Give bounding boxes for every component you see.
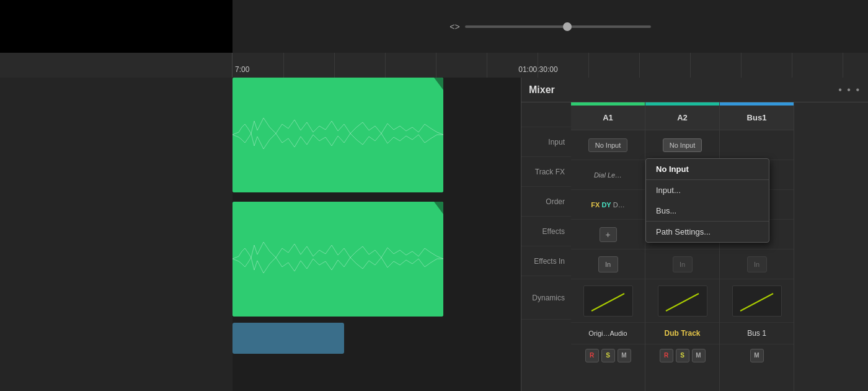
- row-label-effectsin: Effects In: [521, 246, 571, 276]
- mixer-row-labels: Input Track FX Order Effects Effects In …: [521, 102, 571, 391]
- scrubber-area: <>: [232, 0, 868, 53]
- channel-bus1-effectsin-btn[interactable]: In: [747, 256, 767, 272]
- channel-a1-fx-label: FX: [591, 201, 600, 209]
- channel-a1-input-cell: No Input: [571, 130, 645, 160]
- dropdown-item-input[interactable]: Input...: [646, 180, 769, 200]
- scrubber-icon: <>: [450, 22, 459, 32]
- svg-rect-0: [232, 78, 443, 192]
- channel-a1-fx-order: FX DY D…: [588, 201, 627, 209]
- channel-a1-name-row: A1: [571, 106, 645, 130]
- small-track[interactable]: [232, 323, 344, 354]
- channel-bus1-controls: M: [720, 344, 794, 366]
- channel-a1-effects-cell: +: [571, 220, 645, 249]
- scrubber-track[interactable]: [465, 25, 651, 28]
- channel-a1-dynamics: [583, 285, 633, 317]
- row-label-effects: Effects: [521, 217, 571, 246]
- channel-a2-name-row: A2: [645, 106, 719, 130]
- audio-track-2[interactable]: [232, 202, 443, 317]
- dropdown-item-pathsettings[interactable]: Path Settings...: [646, 222, 769, 242]
- dropdown-item-noinput[interactable]: No Input: [646, 159, 769, 179]
- channel-a2-effectsin-cell: In: [645, 249, 719, 279]
- channel-a1-dy-label: DY: [601, 201, 611, 209]
- channel-a1-diallevel: Dial Le…: [594, 171, 622, 179]
- channel-a1-effectsin-btn[interactable]: In: [598, 256, 618, 272]
- channel-a1-controls: R S M: [571, 344, 645, 366]
- channel-a2: A2 No Input: [645, 102, 720, 391]
- row-label-input: Input: [521, 127, 571, 157]
- waveform-svg-1: [232, 78, 443, 192]
- row-label-trackfx: Track FX: [521, 157, 571, 187]
- channel-a1-label-text: Origi…Audio: [588, 330, 627, 337]
- channel-bus1-dynamics-svg: [733, 286, 782, 317]
- channel-bus1-name: Bus1: [747, 113, 767, 122]
- channel-a1-solo-btn[interactable]: S: [601, 349, 615, 362]
- channel-a2-name: A2: [677, 113, 688, 122]
- svg-line-5: [666, 294, 699, 311]
- ruler-time-left: 7:00: [235, 65, 249, 74]
- timeline-area: [0, 78, 521, 391]
- video-preview: [0, 0, 232, 53]
- mixer-channels-area: Input Track FX Order Effects Effects In …: [521, 102, 868, 391]
- waveform-svg-2: [232, 202, 443, 317]
- channel-bus1-label-text: Bus 1: [747, 329, 766, 338]
- main-content: Mixer • • • Input Track FX Order Effects…: [0, 78, 868, 391]
- channel-a2-dynamics-cell: [645, 279, 719, 323]
- channel-bus1-name-row: Bus1: [720, 106, 794, 130]
- dropdown-item-bus[interactable]: Bus...: [646, 200, 769, 221]
- channel-a1-bottom-label: Origi…Audio: [571, 323, 645, 344]
- dropdown-menu: No Input Input... Bus... Path Settings..…: [645, 158, 769, 243]
- mixer-title: Mixer: [529, 84, 555, 96]
- channel-a2-dynamics-svg: [658, 286, 707, 317]
- channel-a2-bottom-label: Dub Track: [645, 323, 719, 344]
- channel-a2-dynamics: [658, 285, 707, 317]
- channel-bus1-dynamics-cell: [720, 279, 794, 323]
- channel-bus1-mute-btn[interactable]: M: [750, 349, 764, 362]
- row-label-order: Order: [521, 187, 571, 217]
- scrubber-handle[interactable]: [563, 22, 572, 31]
- track-labels: [0, 78, 232, 391]
- channel-a1-effects-add-btn[interactable]: +: [600, 227, 617, 242]
- channel-a1-dynamics-svg: [584, 286, 633, 317]
- channel-a1-effectsin-cell: In: [571, 249, 645, 279]
- channel-a2-label-text: Dub Track: [664, 329, 700, 338]
- track-content: [232, 78, 521, 391]
- channel-a1-dynamics-cell: [571, 279, 645, 323]
- channel-a2-input-cell: No Input: [645, 130, 719, 160]
- channel-a1-input-btn[interactable]: No Input: [588, 138, 628, 152]
- ruler-track-label: [0, 53, 232, 78]
- mixer-menu-dots[interactable]: • • •: [838, 84, 861, 96]
- channel-a1-extra-label: D…: [613, 201, 625, 209]
- channel-a2-mute-btn[interactable]: M: [692, 349, 706, 362]
- channel-bus1-dynamics: [732, 285, 782, 317]
- channel-a1: A1 No Input Dial Le… FX DY: [571, 102, 645, 391]
- channel-a2-input-btn[interactable]: No Input: [663, 138, 702, 152]
- channel-a2-controls: R S M: [645, 344, 719, 366]
- svg-line-4: [591, 294, 624, 311]
- channel-bus1-input-cell: [720, 130, 794, 160]
- mixer-header: Mixer • • •: [521, 78, 868, 102]
- channel-a2-solo-btn[interactable]: S: [676, 349, 689, 362]
- channel-a1-name: A1: [603, 113, 613, 122]
- row-label-dynamics: Dynamics: [521, 276, 571, 320]
- channel-a1-trackfx-cell: Dial Le…: [571, 160, 645, 190]
- channel-bus1-effectsin-cell: In: [720, 249, 794, 279]
- channel-bus1: Bus1 In: [720, 102, 794, 391]
- mixer-panel: Mixer • • • Input Track FX Order Effects…: [521, 78, 868, 391]
- mixer-channels: A1 No Input Dial Le… FX DY: [571, 102, 868, 391]
- ruler-marks: 7:00 01:00:30:00: [232, 53, 868, 78]
- svg-rect-2: [232, 202, 443, 317]
- channel-a2-effectsin-btn[interactable]: In: [673, 256, 693, 272]
- channel-a1-mute-btn[interactable]: M: [618, 349, 631, 362]
- top-bar: <>: [0, 0, 868, 53]
- channel-bus1-bottom-label: Bus 1: [720, 323, 794, 344]
- audio-track-1[interactable]: [232, 78, 443, 192]
- svg-line-6: [740, 294, 773, 311]
- channel-a2-record-btn[interactable]: R: [660, 349, 673, 362]
- channel-a1-record-btn[interactable]: R: [585, 349, 599, 362]
- timeline-ruler: 7:00 01:00:30:00: [0, 53, 868, 78]
- row-label-spacer: [521, 102, 571, 127]
- channel-a1-order-cell: FX DY D…: [571, 190, 645, 220]
